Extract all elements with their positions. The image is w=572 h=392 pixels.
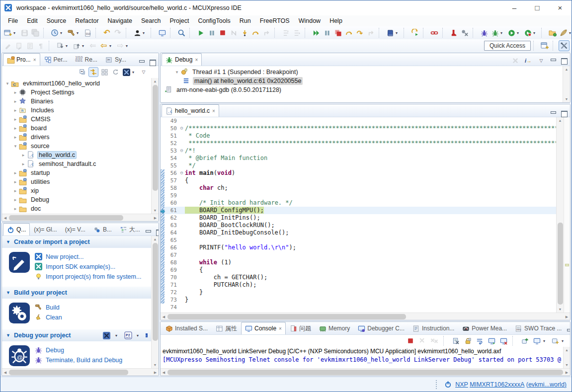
spider-blue-button[interactable] — [479, 27, 490, 38]
tree-item-xip[interactable]: ▸xip — [2, 186, 159, 195]
minimize-view-button[interactable] — [144, 229, 152, 235]
develop-perspective-button[interactable] — [559, 40, 570, 51]
project-tree-vscrollbar[interactable]: ▲▼ — [151, 78, 159, 214]
doc-sync-button[interactable] — [13, 40, 24, 51]
quick-access-button[interactable]: Quick Access — [484, 41, 531, 51]
run-circle-button[interactable] — [506, 27, 517, 38]
debug-item-arm-none-eabi-gdb-8-0-50[interactable]: arm-none-eabi-gdb (8.0.50.20171128) — [161, 85, 570, 94]
maximize-view-button[interactable] — [560, 110, 568, 117]
menu-file[interactable]: File — [3, 16, 22, 25]
profile-circle-button[interactable] — [522, 27, 533, 38]
disconnect-button[interactable] — [228, 27, 239, 38]
xlogo-blue-dd-dropdown-icon[interactable]: ▾ — [115, 333, 119, 338]
status-link-mimxrt1062xxxxa[interactable]: MIMXRT1062xxxxA — [470, 381, 524, 388]
term-stack-button[interactable] — [332, 27, 343, 38]
tab-x-gl[interactable]: (x)= Gl... — [30, 223, 61, 235]
resume-button[interactable] — [195, 27, 206, 38]
tab-hello-world-c[interactable]: .chello_world.c× — [162, 104, 219, 117]
user-button[interactable] — [132, 27, 143, 38]
pen-button[interactable] — [2, 40, 13, 51]
maximize-view-button[interactable] — [149, 59, 157, 66]
expand-twisty-icon[interactable]: ▸ — [12, 188, 19, 193]
editor-overview-ruler[interactable] — [564, 117, 570, 313]
menu-freertos[interactable]: FreeRTOS — [255, 16, 294, 25]
quickstart-link-new-project[interactable]: New project... — [35, 253, 141, 261]
tree-item-cmsis[interactable]: ▸CMSIS — [2, 115, 159, 124]
step-over-button[interactable] — [250, 27, 261, 38]
refresh2-button[interactable] — [110, 67, 120, 77]
menu-refactor[interactable]: Refactor — [71, 16, 103, 25]
code-editor[interactable]: 4950⊖/**********************************… — [161, 117, 556, 313]
clear-console-button[interactable] — [450, 335, 461, 346]
tab-tab[interactable]: 问题 — [286, 322, 315, 334]
tab-q[interactable]: Q... — [3, 223, 30, 235]
refresh-run-button[interactable] — [409, 27, 420, 38]
viewmenu-button[interactable]: ▽ — [139, 67, 149, 77]
close-tab-icon[interactable]: × — [212, 108, 215, 114]
remote-console-button[interactable] — [157, 27, 167, 38]
menu-edit[interactable]: Edit — [22, 16, 42, 25]
maximize-button[interactable]: □ — [526, 0, 549, 15]
section-header-create-or-import-a-project[interactable]: ▼Create or import a project — [2, 236, 159, 248]
menu-search[interactable]: Search — [137, 16, 165, 25]
trace-cont-button[interactable] — [291, 27, 302, 38]
minimize-view-button[interactable] — [566, 327, 571, 334]
pause2-button[interactable] — [322, 27, 332, 38]
tab-pro[interactable]: Pro...× — [3, 53, 40, 66]
tree-item-evkmimxrt1060-hello-world[interactable]: ▾Cevkmimxrt1060_hello_world — [2, 79, 159, 88]
redo-button[interactable]: ↷ — [112, 27, 123, 38]
minimize-button[interactable]: – — [503, 0, 526, 15]
tab-tab[interactable]: 大... — [116, 223, 144, 235]
back-yellow-dropdown-icon[interactable]: ▾ — [109, 44, 113, 48]
status-link-nxp[interactable]: NXP — [455, 381, 468, 388]
tree-item-startup[interactable]: ▸startup — [2, 168, 159, 177]
editor-hscrollbar[interactable]: ◀▶ — [161, 313, 570, 320]
menu-project[interactable]: Project — [165, 16, 194, 25]
book-button[interactable] — [385, 27, 396, 38]
menu-configtools[interactable]: ConfigTools — [193, 16, 235, 25]
fold-marker-icon[interactable]: ⊖ — [178, 169, 185, 177]
open-console-dropdown-icon[interactable]: ▾ — [562, 339, 566, 343]
doc-view-button[interactable] — [24, 40, 35, 51]
feather-dropdown-icon[interactable]: ▾ — [569, 31, 572, 35]
ann-next-dropdown-icon[interactable]: ▾ — [66, 44, 70, 48]
open-folder-button[interactable] — [547, 27, 558, 38]
pin-console-button[interactable] — [519, 335, 530, 346]
clock-dropdown-icon[interactable]: ▾ — [60, 31, 64, 35]
menu-window[interactable]: Window — [294, 16, 325, 25]
tree-item-includes[interactable]: ▸hIncludes — [2, 106, 159, 115]
step-into-button[interactable] — [239, 27, 250, 38]
open-console-button[interactable] — [550, 335, 561, 346]
display-console-dropdown-icon[interactable]: ▾ — [543, 339, 547, 343]
expand-twisty-icon[interactable]: ▸ — [12, 126, 19, 131]
minimize-view-button[interactable] — [549, 57, 557, 64]
console-vscrollbar[interactable]: ▲▼ — [563, 347, 570, 368]
run-circle-dropdown-icon[interactable]: ▾ — [517, 31, 521, 35]
expand-twisty-icon[interactable]: ▸ — [20, 153, 27, 157]
menu-source[interactable]: Source — [42, 16, 71, 25]
quickstart-link-debug[interactable]: Debug — [35, 346, 122, 354]
section-collapse-icon[interactable]: ▼ — [6, 239, 10, 244]
back-yellow-button[interactable]: ⇦ — [98, 40, 109, 51]
tab-memory[interactable]: Memory — [315, 322, 354, 334]
mcux-x-button[interactable] — [121, 67, 131, 77]
focus-button[interactable] — [99, 67, 109, 77]
tab-sy[interactable]: ✂Sy... — [101, 53, 130, 66]
fold-marker-icon[interactable]: ⊖ — [178, 147, 185, 155]
debug-vscrollbar[interactable]: ▲▼ — [563, 66, 570, 102]
viewmenu-button[interactable]: ▽ — [536, 56, 546, 66]
tree-item-doc[interactable]: ▸doc — [2, 204, 159, 213]
feather-button[interactable] — [558, 27, 569, 38]
istep-button[interactable]: i→ — [523, 56, 533, 66]
quickstart-hscrollbar[interactable]: ◀▶ — [2, 368, 159, 376]
tab-installed-s[interactable]: Installed S... — [162, 322, 212, 334]
debug-item-thread-1-1-suspended-bre[interactable]: ▾Thread #1 1 (Suspended : Breakpoint) — [161, 68, 570, 77]
collapse-twisty-icon[interactable]: ▾ — [4, 81, 11, 86]
expand-twisty-icon[interactable]: ▸ — [12, 117, 19, 122]
fwd-gray-dropdown-icon[interactable]: ▾ — [126, 44, 130, 48]
save-all-button[interactable] — [30, 27, 41, 38]
step-return-button[interactable] — [261, 27, 272, 38]
remove-xx-button[interactable] — [429, 335, 440, 346]
ann-prev-dropdown-icon[interactable]: ▾ — [82, 44, 86, 48]
collapse-all-button[interactable] — [78, 67, 87, 77]
